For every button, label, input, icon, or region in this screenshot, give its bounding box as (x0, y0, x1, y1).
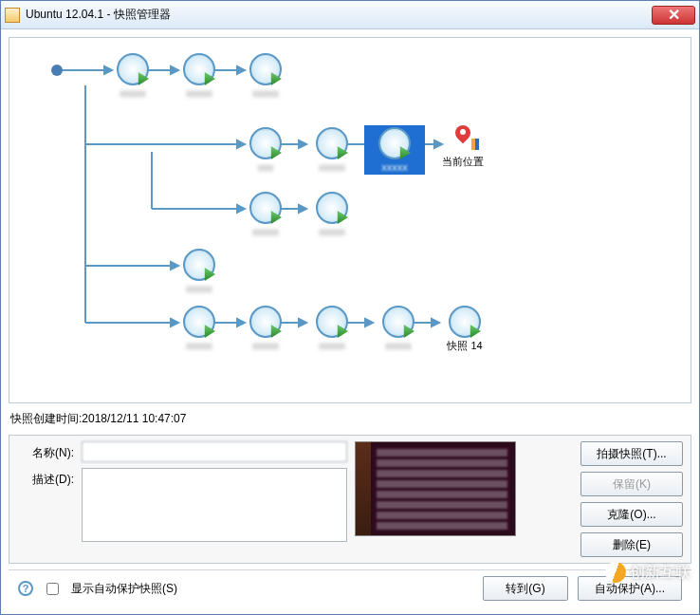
take-snapshot-button[interactable]: 拍摄快照(T)... (580, 441, 683, 466)
action-buttons: 拍摄快照(T)... 保留(K) 克隆(O)... 删除(E) (580, 441, 683, 557)
snapshot-node[interactable]: xxxxx (368, 306, 429, 351)
name-input[interactable] (82, 441, 347, 462)
goto-button[interactable]: 转到(G) (483, 576, 568, 601)
content: xxxxx xxxxx xxxxx xxx xxxxx xxxxx 当前位置 x… (1, 29, 699, 614)
snapshot-node-14[interactable]: 快照 14 (434, 306, 495, 351)
snapshot-manager-window: Ubuntu 12.04.1 - 快照管理器 ✕ (0, 0, 700, 615)
desc-label: 描述(D): (17, 468, 74, 488)
show-autoprotect-checkbox[interactable] (46, 583, 59, 595)
snapshot-node[interactable]: xxx (235, 127, 296, 173)
tree-root-dot (51, 65, 63, 76)
help-icon[interactable]: ? (18, 581, 33, 596)
keep-button[interactable]: 保留(K) (580, 472, 683, 496)
desc-textarea[interactable] (82, 468, 347, 542)
snapshot-node[interactable]: xxxxx (302, 192, 362, 237)
close-button[interactable]: ✕ (652, 6, 695, 25)
snapshot-preview[interactable] (355, 441, 516, 536)
snapshot-node[interactable]: xxxxx (169, 306, 230, 351)
clone-button[interactable]: 克隆(O)... (580, 502, 683, 527)
snapshot-tree-panel[interactable]: xxxxx xxxxx xxxxx xxx xxxxx xxxxx 当前位置 x… (9, 37, 691, 403)
snapshot-node[interactable]: xxxxx (302, 306, 362, 351)
snapshot-node[interactable]: xxxxx (235, 192, 296, 237)
snapshot-node[interactable]: xxxxx (235, 306, 296, 351)
snapshot-node[interactable]: xxxxx (169, 249, 230, 294)
snapshot-timestamp: 快照创建时间:2018/12/11 10:47:07 (9, 409, 691, 429)
window-title: Ubuntu 12.04.1 - 快照管理器 (26, 7, 652, 23)
delete-button[interactable]: 删除(E) (580, 532, 683, 557)
titlebar[interactable]: Ubuntu 12.04.1 - 快照管理器 ✕ (1, 1, 699, 29)
autoprotect-button[interactable]: 自动保护(A)... (578, 576, 682, 601)
current-location-node[interactable]: 当前位置 (433, 125, 493, 167)
snapshot-node[interactable]: xxxxx (169, 53, 230, 99)
name-label: 名称(N): (17, 441, 74, 461)
snapshot-node[interactable]: xxxxx (102, 53, 163, 99)
show-autoprotect-label: 显示自动保护快照(S) (71, 581, 177, 597)
details-panel: 名称(N): 描述(D): (9, 435, 691, 564)
app-icon (5, 8, 20, 23)
snapshot-node-selected[interactable]: xxxxx (364, 125, 425, 175)
snapshot-node[interactable]: xxxxx (235, 53, 296, 99)
bottom-bar: ? 显示自动保护快照(S) 转到(G) 自动保护(A)... (9, 569, 691, 606)
snapshot-node[interactable]: xxxxx (302, 127, 362, 173)
